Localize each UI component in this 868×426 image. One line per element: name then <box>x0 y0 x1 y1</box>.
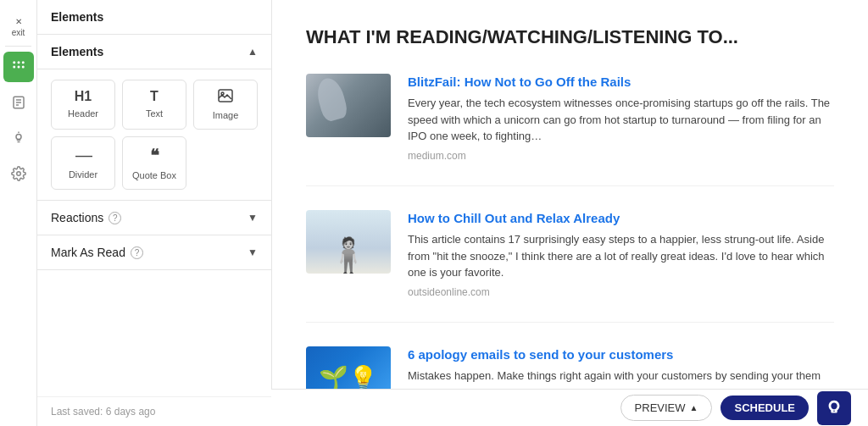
elements-header: Elements <box>37 0 271 35</box>
main-content: WHAT I'M READING/WATCHING/LISTENING TO..… <box>272 0 868 426</box>
article-title-1[interactable]: BlitzFail: How Not to Go Off the Rails <box>408 74 834 91</box>
settings-icon <box>11 166 26 181</box>
header-label: Header <box>68 108 98 119</box>
nav-item-2[interactable] <box>3 87 34 118</box>
header-icon: H1 <box>75 89 92 104</box>
mark-as-read-help-icon[interactable]: ? <box>131 246 143 259</box>
reactions-help-icon[interactable]: ? <box>108 212 121 224</box>
article-info-2: How to Chill Out and Relax Already This … <box>408 210 834 298</box>
elements-arrow: ▲ <box>248 46 258 58</box>
article-desc-2: This article contains 17 surprisingly ea… <box>408 231 834 281</box>
svg-point-2 <box>13 66 15 69</box>
image-icon <box>218 89 233 106</box>
chevron-up-icon: ▲ <box>690 403 698 412</box>
quotebox-label: Quote Box <box>132 170 176 180</box>
left-panel: ✕ exit Elements Elements ▲ H1 <box>0 0 272 426</box>
elements-section-header[interactable]: Elements ▲ <box>37 35 271 69</box>
reactions-arrow: ▼ <box>248 212 258 224</box>
elements-section-label: Elements <box>51 45 103 58</box>
text-icon: T <box>150 89 159 104</box>
divider-icon: — <box>75 146 91 165</box>
article-source-2: outsideonline.com <box>408 286 834 298</box>
schedule-label: SCHEDULE <box>734 401 795 414</box>
bird-logo-icon <box>825 399 843 418</box>
reactions-left: Reactions ? <box>51 211 121 224</box>
bulb-icon <box>11 130 26 146</box>
nav-item-3[interactable] <box>3 123 34 153</box>
schedule-button[interactable]: SCHEDULE <box>721 396 809 420</box>
svg-point-3 <box>17 66 19 69</box>
exit-label: exit <box>12 28 25 37</box>
article-title-2[interactable]: How to Chill Out and Relax Already <box>408 210 834 227</box>
file-icon <box>11 95 26 110</box>
saved-bar: Last saved: 6 days ago <box>37 396 271 426</box>
article-title-3[interactable]: 6 apology emails to send to your custome… <box>408 346 834 363</box>
elements-grid: H1 Header T Text Image — Divider ❝ Quote… <box>37 69 271 201</box>
bottom-bar: PREVIEW ▲ SCHEDULE <box>271 389 868 426</box>
saved-text: Last saved: 6 days ago <box>51 406 155 418</box>
close-icon: ✕ <box>15 17 22 26</box>
article-item: How to Chill Out and Relax Already This … <box>306 210 834 323</box>
divider-label: Divider <box>69 169 97 180</box>
element-header[interactable]: H1 Header <box>51 80 115 130</box>
icon-nav: ✕ exit <box>0 0 37 426</box>
nav-item-4[interactable] <box>3 158 34 189</box>
page-title: WHAT I'M READING/WATCHING/LISTENING TO..… <box>306 25 834 50</box>
article-source-1: medium.com <box>408 150 834 162</box>
mark-as-read-left: Mark As Read ? <box>51 246 143 259</box>
svg-point-5 <box>21 66 24 69</box>
svg-point-10 <box>16 135 21 140</box>
reactions-label: Reactions <box>51 211 103 224</box>
reactions-section[interactable]: Reactions ? ▼ <box>37 201 271 235</box>
text-label: Text <box>146 108 163 119</box>
sidebar-header-title: Elements <box>51 10 103 24</box>
article-desc-1: Every year, the tech ecosystem witnesses… <box>408 95 834 145</box>
element-text[interactable]: T Text <box>122 80 186 130</box>
svg-point-1 <box>17 61 19 64</box>
element-divider[interactable]: — Divider <box>51 136 115 190</box>
svg-point-4 <box>21 61 24 64</box>
brand-icon <box>817 391 851 425</box>
article-info-1: BlitzFail: How Not to Go Off the Rails E… <box>408 74 834 162</box>
element-image[interactable]: Image <box>193 80 258 130</box>
svg-point-12 <box>16 172 20 176</box>
article-item: BlitzFail: How Not to Go Off the Rails E… <box>306 74 834 186</box>
preview-button[interactable]: PREVIEW ▲ <box>620 395 713 421</box>
article-thumbnail-2 <box>306 210 391 274</box>
article-thumbnail-1 <box>306 74 391 137</box>
preview-label: PREVIEW <box>635 401 686 414</box>
mark-as-read-section[interactable]: Mark As Read ? ▼ <box>37 235 271 270</box>
nav-item-elements[interactable] <box>3 52 34 82</box>
svg-point-0 <box>13 61 15 64</box>
mark-as-read-arrow: ▼ <box>248 246 258 258</box>
exit-button[interactable]: ✕ exit <box>5 8 32 47</box>
element-quotebox[interactable]: ❝ Quote Box <box>122 136 186 190</box>
sidebar-content: Elements Elements ▲ H1 Header T Text Ima… <box>37 0 271 426</box>
quotebox-icon: ❝ <box>150 146 159 166</box>
grid-icon <box>11 59 26 75</box>
image-label: Image <box>213 110 239 120</box>
mark-as-read-label: Mark As Read <box>51 246 125 259</box>
